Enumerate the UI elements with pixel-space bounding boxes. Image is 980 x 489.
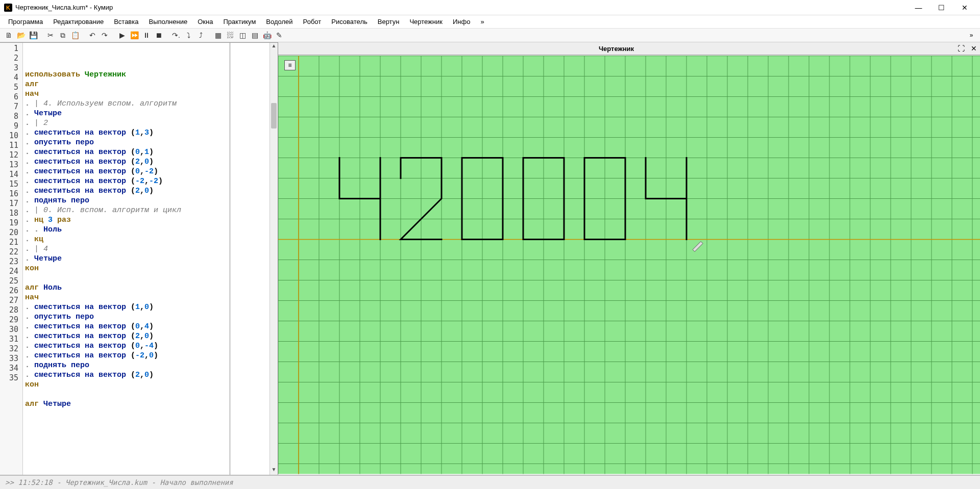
code-line[interactable]: . сместиться на вектор (0,4) — [25, 322, 276, 331]
canvas-close-icon[interactable]: ✕ — [967, 44, 980, 53]
code-line[interactable]: . опустить перо — [25, 312, 276, 322]
menu-чертежник[interactable]: Чертежник — [404, 17, 448, 27]
code-line[interactable]: . сместиться на вектор (2,0) — [25, 370, 276, 380]
toolbar-overflow[interactable]: » — [966, 32, 977, 39]
menu-практикум[interactable]: Практикум — [218, 17, 261, 27]
code-line[interactable]: нач — [25, 89, 276, 99]
menu-редактирование[interactable]: Редактирование — [48, 17, 109, 27]
code-line[interactable]: . сместиться на вектор (1,3) — [25, 128, 276, 138]
code-line[interactable]: . сместиться на вектор (0,-4) — [25, 341, 276, 351]
menu-окна[interactable]: Окна — [192, 17, 218, 27]
open-icon[interactable]: 📂 — [15, 30, 27, 41]
svg-rect-0 — [278, 56, 980, 474]
titlebar: K Чертежник_Числа.kum* - Кумир — ☐ ✕ — [0, 0, 980, 15]
code-line[interactable]: . сместиться на вектор (0,-2) — [25, 167, 276, 176]
scroll-thumb[interactable] — [271, 103, 277, 128]
table-icon[interactable]: ▤ — [249, 30, 260, 41]
canvas-maximize-icon[interactable]: ⛶ — [954, 44, 967, 53]
code-line[interactable]: . | 4. Используем вспом. алгоритм — [25, 99, 276, 109]
menu-водолей[interactable]: Водолей — [261, 17, 298, 27]
scroll-up-icon[interactable]: ▲ — [270, 43, 278, 51]
minimize-button[interactable]: — — [907, 1, 930, 15]
code-line[interactable]: . Четыре — [25, 109, 276, 118]
editor-pane: 1234567891011121314151617181920212223242… — [0, 42, 278, 475]
code-line[interactable]: . сместиться на вектор (0,1) — [25, 147, 276, 157]
statusbar: >> 11:52:18 - Чертежник_Числа.kum - Нача… — [0, 475, 980, 489]
undo-icon[interactable]: ↶ — [87, 30, 98, 41]
code-line[interactable]: алг Четыре — [25, 399, 276, 409]
code-line[interactable]: . сместиться на вектор (2,0) — [25, 186, 276, 196]
code-line[interactable]: . сместиться на вектор (-2,0) — [25, 351, 276, 361]
canvas-menu-icon[interactable]: ≡ — [284, 60, 296, 70]
step-out-icon[interactable]: ⤴ — [195, 30, 206, 41]
code-line[interactable]: . сместиться на вектор (2,0) — [25, 331, 276, 341]
canvas-header: Чертежник ⛶ ✕ — [278, 42, 980, 55]
step-into-icon[interactable]: ⤵ — [183, 30, 194, 41]
code-line[interactable]: . | 4 — [25, 244, 276, 254]
draw-icon[interactable]: ✎ — [274, 30, 285, 41]
maximize-button[interactable]: ☐ — [930, 1, 953, 15]
code-line[interactable]: алг — [25, 80, 276, 89]
menu-вставка[interactable]: Вставка — [109, 17, 143, 27]
code-line[interactable]: . Четыре — [25, 254, 276, 264]
window-title: Чертежник_Числа.kum* - Кумир — [15, 4, 907, 11]
app-icon: K — [4, 4, 12, 12]
code-line[interactable]: . кц — [25, 235, 276, 244]
editor-scrollbar[interactable]: ▲ ▼ — [270, 43, 278, 475]
code-line[interactable]: . опустить перо — [25, 138, 276, 147]
pause-icon[interactable]: ⏸ — [141, 30, 152, 41]
code-line[interactable]: использовать Чертежник — [25, 70, 276, 80]
code-line[interactable]: кон — [25, 264, 276, 273]
canvas-title: Чертежник — [278, 45, 954, 53]
run-fast-icon[interactable]: ⏩ — [129, 30, 140, 41]
toolbar: 🗎 📂 💾 ✂ ⧉ 📋 ↶ ↷ ▶ ⏩ ⏸ ⏹ ↷. ⤵ ⤴ ▦ ⛆ ◫ ▤ 🤖… — [0, 28, 980, 42]
code-line[interactable]: нач — [25, 293, 276, 302]
status-text: >> 11:52:18 - Чертежник_Числа.kum - Нача… — [5, 478, 233, 486]
canvas-area[interactable]: ≡ — [278, 55, 980, 475]
code-line[interactable]: . сместиться на вектор (-2,-2) — [25, 176, 276, 186]
new-icon[interactable]: 🗎 — [3, 30, 14, 41]
code-line[interactable]: . сместиться на вектор (2,0) — [25, 157, 276, 167]
menu-робот[interactable]: Робот — [298, 17, 327, 27]
redo-icon[interactable]: ↷ — [99, 30, 110, 41]
close-button[interactable]: ✕ — [953, 1, 976, 15]
copy-icon[interactable]: ⧉ — [57, 30, 68, 41]
menu-выполнение[interactable]: Выполнение — [143, 17, 192, 27]
stop-icon[interactable]: ⏹ — [153, 30, 164, 41]
code-line[interactable]: . нц 3 раз — [25, 215, 276, 225]
menu-overflow[interactable]: » — [475, 17, 489, 27]
water-icon[interactable]: ⛆ — [225, 30, 236, 41]
menu-рисователь[interactable]: Рисователь — [326, 17, 372, 27]
code-line[interactable]: . сместиться на вектор (1,0) — [25, 302, 276, 312]
code-line[interactable]: . . Ноль — [25, 225, 276, 235]
robot-icon[interactable]: 🤖 — [261, 30, 273, 41]
drawing-canvas[interactable] — [278, 55, 980, 475]
cut-icon[interactable]: ✂ — [45, 30, 56, 41]
code-line[interactable] — [25, 273, 276, 283]
menu-инфо[interactable]: Инфо — [448, 17, 475, 27]
paste-icon[interactable]: 📋 — [69, 30, 81, 41]
canvas-pane: Чертежник ⛶ ✕ ≡ — [278, 42, 980, 475]
code-editor[interactable]: использовать Чертежникалгнач. | 4. Испол… — [23, 43, 278, 475]
code-line[interactable]: . поднять перо — [25, 361, 276, 370]
scroll-down-icon[interactable]: ▼ — [270, 467, 278, 475]
line-gutter: 1234567891011121314151617181920212223242… — [0, 43, 23, 475]
code-line[interactable]: . | 0. Исп. вспом. алгоритм и цикл — [25, 205, 276, 215]
plot-icon[interactable]: ◫ — [237, 30, 248, 41]
menubar: ПрограммаРедактированиеВставкаВыполнение… — [0, 15, 980, 28]
grid-icon[interactable]: ▦ — [212, 30, 224, 41]
menu-вертун[interactable]: Вертун — [373, 17, 405, 27]
code-line[interactable] — [25, 390, 276, 399]
code-line[interactable]: кон — [25, 380, 276, 390]
step-over-icon[interactable]: ↷. — [170, 30, 182, 41]
code-line[interactable]: алг Ноль — [25, 283, 276, 293]
run-icon[interactable]: ▶ — [116, 30, 128, 41]
editor-split[interactable] — [230, 43, 230, 475]
code-line[interactable]: . поднять перо — [25, 196, 276, 205]
save-icon[interactable]: 💾 — [28, 30, 39, 41]
menu-программа[interactable]: Программа — [3, 17, 48, 27]
code-line[interactable]: . | 2 — [25, 118, 276, 128]
